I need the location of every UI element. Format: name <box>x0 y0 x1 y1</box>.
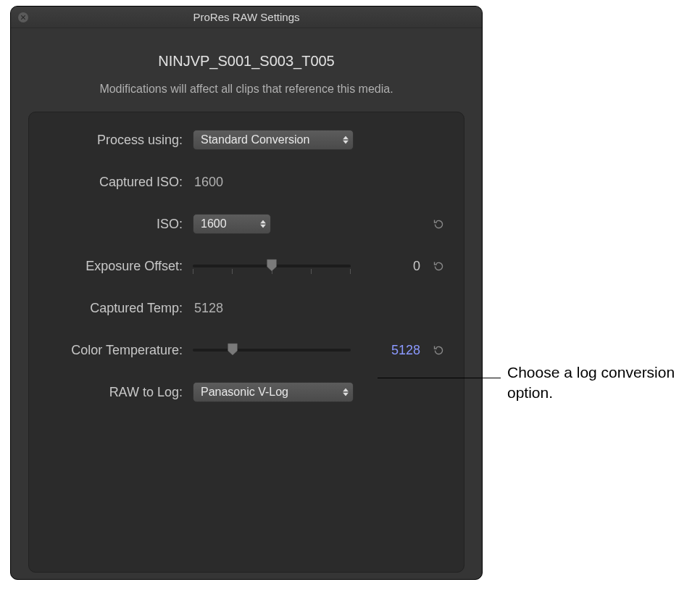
window-title: ProRes RAW Settings <box>11 11 482 23</box>
captured-iso-value: 1600 <box>193 175 223 190</box>
label-captured-temp: Captured Temp: <box>46 301 193 316</box>
close-icon <box>20 14 26 20</box>
slider-track <box>193 349 351 352</box>
color-temp-value[interactable]: 5128 <box>384 343 420 358</box>
slider-thumb[interactable] <box>267 259 278 272</box>
process-using-dropdown[interactable]: Standard Conversion <box>193 130 354 150</box>
slider-thumb[interactable] <box>227 343 238 356</box>
exposure-offset-value[interactable]: 0 <box>384 259 420 274</box>
filename-label: NINJVP_S001_S003_T005 <box>28 53 464 70</box>
iso-dropdown[interactable]: 1600 <box>193 214 271 234</box>
label-raw-to-log: RAW to Log: <box>46 385 193 400</box>
settings-panel: Process using: Standard Conversion Captu… <box>28 112 464 573</box>
row-iso: ISO: 1600 <box>46 214 446 234</box>
label-process-using: Process using: <box>46 133 193 148</box>
updown-icon <box>260 220 266 228</box>
updown-icon <box>343 136 349 144</box>
window-body: NINJVP_S001_S003_T005 Modifications will… <box>11 28 482 580</box>
exposure-offset-reset-button[interactable] <box>430 258 446 274</box>
updown-icon <box>343 389 349 396</box>
reset-icon <box>433 344 445 357</box>
reset-icon <box>433 218 445 230</box>
close-button[interactable] <box>18 12 28 22</box>
label-exposure-offset: Exposure Offset: <box>46 259 193 274</box>
row-color-temperature: Color Temperature: 5128 <box>46 340 446 360</box>
raw-to-log-dropdown[interactable]: Panasonic V-Log <box>193 382 354 402</box>
titlebar: ProRes RAW Settings <box>11 7 482 28</box>
row-exposure-offset: Exposure Offset: 0 <box>46 256 446 276</box>
callout-line <box>378 378 501 378</box>
reset-icon <box>433 260 445 273</box>
prores-raw-settings-window: ProRes RAW Settings NINJVP_S001_S003_T00… <box>10 6 483 580</box>
color-temp-reset-button[interactable] <box>430 342 446 358</box>
captured-temp-value: 5128 <box>193 301 223 316</box>
raw-to-log-value: Panasonic V-Log <box>201 386 288 399</box>
row-raw-to-log: RAW to Log: Panasonic V-Log <box>46 382 446 402</box>
callout-text: Choose a log conversion option. <box>507 362 688 404</box>
color-temperature-slider[interactable] <box>193 341 351 359</box>
row-process-using: Process using: Standard Conversion <box>46 130 446 150</box>
reset-spacer <box>430 384 446 400</box>
iso-value: 1600 <box>201 217 227 230</box>
info-text: Modifications will affect all clips that… <box>28 83 464 96</box>
label-captured-iso: Captured ISO: <box>46 175 193 190</box>
exposure-offset-slider[interactable] <box>193 257 351 275</box>
process-using-value: Standard Conversion <box>201 133 309 146</box>
row-captured-temp: Captured Temp: 5128 <box>46 298 446 318</box>
row-captured-iso: Captured ISO: 1600 <box>46 172 446 192</box>
label-iso: ISO: <box>46 217 193 232</box>
label-color-temp: Color Temperature: <box>46 343 193 358</box>
iso-reset-button[interactable] <box>430 216 446 232</box>
